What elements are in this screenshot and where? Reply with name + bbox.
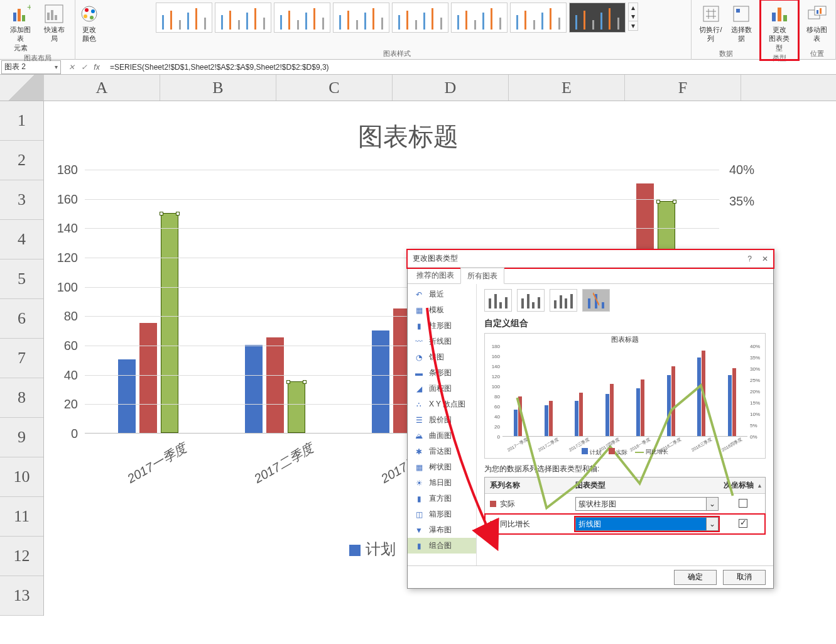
chart-category-item[interactable]: ▮直方图 [408,491,476,506]
chart-category-item[interactable]: ◢面积图 [408,381,476,396]
col-header[interactable]: B [160,75,276,101]
chart-category-item[interactable]: ⛰曲面图 [408,428,476,444]
group-label: 类型 [766,53,793,63]
subtype-option-custom[interactable] [582,289,610,312]
chart-category-item[interactable]: ∴X Y 散点图 [408,396,476,412]
select-all-corner[interactable] [0,75,44,101]
svg-rect-21 [817,10,818,14]
add-chart-element-button[interactable]: + 添加图表 元素 [5,3,36,53]
svg-rect-16 [772,13,776,21]
change-chart-type-button[interactable]: 更改 图表类型 [766,3,793,53]
chart-category-item[interactable]: ☰股价图 [408,412,476,428]
ribbon: + 添加图表 元素 快速布局 图表布局 更改 颜色 ▴ [0,0,836,60]
change-chart-type-group: 更改 图表类型 类型 [761,0,798,60]
chart-category-item[interactable]: ✱雷达图 [408,444,476,459]
tab-all-charts[interactable]: 所有图表 [460,268,504,284]
subtype-row [484,289,766,312]
chart-category-item[interactable]: ▦树状图 [408,459,476,475]
row-header[interactable]: 12 [0,537,43,576]
y-axis: 020406080100120140160180 [47,170,82,434]
quick-layout-button[interactable]: 快速布局 [39,3,70,45]
group-label: 图表样式 [108,49,686,58]
formula-bar[interactable]: =SERIES(Sheet2!$D$1,Sheet2!$A$2:$A$9,She… [106,63,836,72]
secondary-axis-checkbox[interactable] [739,519,747,528]
chart-category-item[interactable]: ◔饼图 [408,349,476,365]
chart-category-item[interactable]: 〰折线图 [408,334,476,349]
svg-point-10 [91,9,95,13]
svg-point-11 [90,16,94,19]
subtype-option[interactable] [550,289,577,312]
chart-title[interactable]: 图表标题 [47,119,769,154]
dialog-help-icon[interactable]: ? [747,254,752,263]
chart-styles-gallery[interactable]: ▴ ▾ ▾ [156,3,638,49]
subtype-option[interactable] [517,289,545,312]
switch-row-col-button[interactable]: 切换行/列 [697,3,725,45]
row-header[interactable]: 5 [0,259,43,299]
svg-rect-17 [778,8,781,21]
svg-point-8 [82,6,97,21]
chart-category-item[interactable]: ◫箱形图 [408,506,476,522]
svg-rect-5 [47,13,50,20]
col-header[interactable]: E [509,75,625,101]
formula-bar-row: 图表 2 ✕ ✓ fx =SERIES(Sheet2!$D$1,Sheet2!$… [0,60,836,75]
svg-point-12 [84,14,87,18]
svg-rect-6 [51,10,53,20]
svg-text:+: + [27,4,31,12]
chart-category-item[interactable]: ☀旭日图 [408,475,476,491]
dialog-titlebar[interactable]: 更改图表类型 ? ✕ [408,250,773,268]
cancel-button[interactable]: 取消 [723,570,766,585]
chart-category-item[interactable]: ▮组合图 [408,538,476,554]
svg-rect-0 [13,13,16,21]
ok-button[interactable]: 确定 [674,570,717,585]
group-label: 位置 [803,49,830,58]
group-label: 数据 [697,49,755,58]
chart-category-item[interactable]: ▼瀑布图 [408,522,476,538]
row-header[interactable]: 7 [0,339,43,378]
col-header[interactable]: F [625,75,741,101]
row-header[interactable]: 4 [0,220,43,259]
svg-rect-2 [22,15,25,21]
chart-category-item[interactable]: ▮柱形图 [408,318,476,334]
svg-rect-18 [783,15,787,21]
dialog-title-text: 更改图表类型 [413,253,458,264]
col-header[interactable]: C [276,75,393,101]
fx-icon[interactable]: fx [91,63,102,72]
chart-category-item[interactable]: ▬条形图 [408,365,476,381]
svg-rect-7 [55,15,57,20]
subtype-label: 自定义组合 [484,318,766,329]
col-header[interactable]: D [393,75,509,101]
tab-recommended[interactable]: 推荐的图表 [410,268,460,283]
change-colors-button[interactable]: 更改 颜色 [75,3,103,45]
row-header[interactable]: 10 [0,457,43,497]
enter-formula-icon[interactable]: ✓ [79,63,90,72]
svg-rect-15 [736,9,740,13]
row-header[interactable]: 11 [0,497,43,537]
row-header[interactable]: 2 [0,141,43,180]
group-label: 图表布局 [5,53,70,63]
chart-preview: 图表标题 180160140120100806040200 40%35%30%2… [484,333,766,459]
subtype-option[interactable] [484,289,512,312]
svg-rect-22 [820,8,822,14]
change-chart-type-dialog: 更改图表类型 ? ✕ 推荐的图表 所有图表 ↶最近▦模板▮柱形图〰折线图◔饼图▬… [407,249,774,589]
row-header[interactable]: 13 [0,576,43,616]
row-header[interactable]: 8 [0,378,43,418]
svg-point-9 [85,8,89,12]
row-header[interactable]: 6 [0,299,43,339]
secondary-axis-checkbox[interactable] [739,499,747,508]
row-header[interactable]: 3 [0,180,43,220]
row-header[interactable]: 1 [0,101,43,141]
cancel-formula-icon[interactable]: ✕ [66,63,77,72]
dialog-close-icon[interactable]: ✕ [762,254,768,263]
svg-rect-13 [703,6,719,21]
select-data-button[interactable]: 选择数据 [727,3,755,45]
chart-category-list: ↶最近▦模板▮柱形图〰折线图◔饼图▬条形图◢面积图∴X Y 散点图☰股价图⛰曲面… [408,284,477,565]
chart-category-item[interactable]: ▦模板 [408,302,476,318]
move-chart-button[interactable]: 移动图表 [803,3,831,45]
chart-category-item[interactable]: ↶最近 [408,287,476,302]
svg-rect-1 [18,9,21,21]
col-header[interactable]: A [44,75,160,101]
svg-rect-14 [734,6,749,21]
row-header[interactable]: 9 [0,418,43,457]
